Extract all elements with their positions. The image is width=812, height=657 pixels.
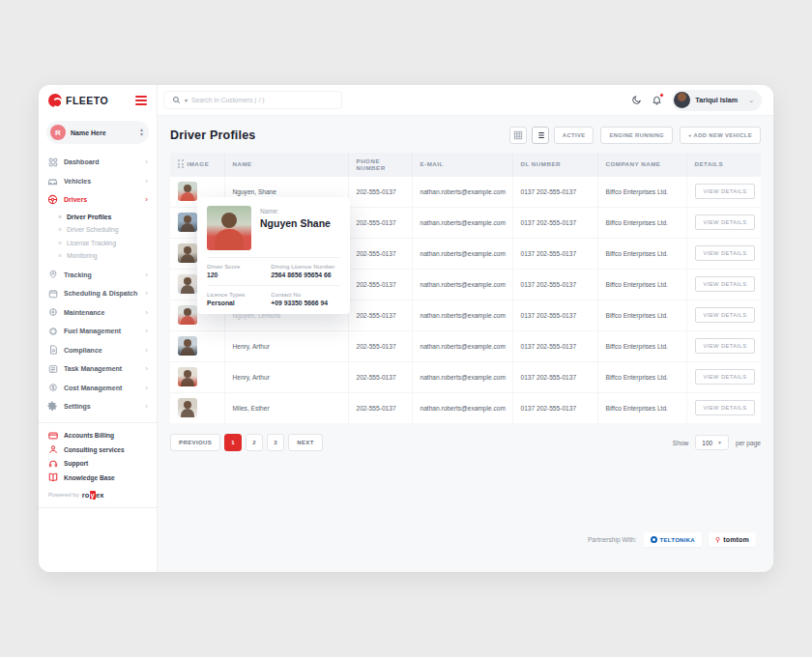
tomtom-logo[interactable]: ⚲tomtom [709, 532, 756, 547]
sidebar-item-dashboard[interactable]: Dashboard› [39, 153, 157, 172]
profile-name: Name Here [71, 129, 135, 136]
chevron-right-icon: › [145, 327, 148, 335]
sidebar-item-maintenance[interactable]: Maintenance› [39, 303, 157, 323]
hamburger-menu-icon[interactable] [135, 96, 147, 105]
partnership-label: Partnership With: [588, 536, 637, 543]
sidebar-item-knowledge-base[interactable]: Knowledge Base [39, 471, 157, 485]
subitem-marker-icon: » [58, 214, 62, 220]
maintenance-icon [47, 307, 58, 318]
sidebar-item-compliance[interactable]: Compliance› [39, 341, 157, 360]
chevron-down-icon: ⌄ [748, 97, 754, 104]
sidebar-item-scheduling-dispatch[interactable]: Scheduling & Dispatch› [39, 284, 157, 303]
driver-photo [178, 398, 197, 417]
page-header: Driver Profiles ACTIVE ENGINE RUNNING + … [170, 127, 761, 144]
sidebar-item-accounts-billing[interactable]: Accounts Billing [39, 429, 157, 443]
fleeto-logo-icon [48, 94, 62, 107]
notifications-bell-icon[interactable] [652, 95, 662, 105]
search-input[interactable] [191, 97, 307, 103]
page-title: Driver Profiles [170, 129, 255, 142]
teltonika-logo[interactable]: TELTONIKA [644, 532, 702, 547]
view-details-button[interactable]: VIEW DETAILS [695, 184, 756, 199]
view-details-button[interactable]: VIEW DETAILS [695, 214, 756, 230]
drag-handle-icon[interactable] [178, 159, 184, 168]
user-menu[interactable]: Tariqul Islam ⌄ [672, 90, 762, 111]
fuel-icon [47, 326, 58, 336]
view-details-button[interactable]: VIEW DETAILS [695, 307, 756, 323]
dark-mode-icon[interactable] [631, 95, 642, 105]
dashboard-icon [47, 157, 58, 167]
view-details-button[interactable]: VIEW DETAILS [695, 369, 756, 385]
drivers-subnav: »Driver Profiles »Driver Scheduling »Lic… [39, 210, 157, 266]
sidebar-item-vehicles[interactable]: Vehicles› [39, 172, 157, 191]
sidebar-item-drivers[interactable]: Drivers› [39, 190, 157, 210]
logo-row: FLEETO [39, 85, 157, 116]
sidebar-item-fuel-management[interactable]: Fuel Management› [39, 322, 157, 341]
driver-preview-popup: Name: Nguyen Shane Driver Score 120 Driv… [197, 197, 350, 314]
view-details-button[interactable]: VIEW DETAILS [695, 400, 756, 415]
driver-score-label: Driver Score [207, 263, 271, 270]
pagination: PREVIOUS 1 2 3 NEXT Show 100▼ per page [170, 434, 761, 451]
grid-view-toggle[interactable] [509, 127, 527, 144]
col-details: DETAILS [686, 153, 761, 176]
scheduling-icon [47, 288, 58, 299]
search-box[interactable]: ▾ [163, 91, 342, 109]
per-page-select[interactable]: 100▼ [695, 435, 729, 450]
popup-divider [207, 257, 340, 258]
page-header-controls: ACTIVE ENGINE RUNNING + ADD NEW VEHICLE [509, 127, 761, 144]
table-row[interactable]: Henry, Arthur202-555-0137nathan.roberts@… [170, 361, 761, 392]
sidebar-item-support[interactable]: Support [39, 457, 157, 471]
sidebar-subitem-monitoring[interactable]: »Monitoring [39, 249, 157, 263]
sidebar-filler [39, 507, 157, 573]
table-row[interactable]: Miles, Esther202-555-0137nathan.roberts@… [170, 392, 761, 423]
driver-photo [178, 367, 197, 386]
chevron-down-icon: ▼ [717, 440, 722, 445]
user-name: Tariqul Islam [695, 96, 738, 104]
topbar: ▾ Tariqul Islam ⌄ [158, 85, 773, 116]
sidebar-item-task-management[interactable]: Task Management› [39, 359, 157, 379]
teltonika-gear-icon [651, 536, 657, 543]
page-button-1[interactable]: 1 [224, 434, 242, 451]
profile-expand-icon[interactable]: ▴▾ [140, 128, 143, 137]
sidebar-profile-chip[interactable]: R Name Here ▴▾ [46, 121, 149, 144]
contact-no-label: Contact No [271, 291, 340, 298]
filter-engine-running-button[interactable]: ENGINE RUNNING [600, 127, 673, 144]
fleeto-logo[interactable]: FLEETO [48, 94, 108, 107]
royex-logo: royex [82, 491, 104, 500]
add-new-vehicle-button[interactable]: + ADD NEW VEHICLE [680, 127, 761, 144]
previous-page-button[interactable]: PREVIOUS [170, 434, 220, 451]
search-scope-chevron-icon[interactable]: ▾ [185, 97, 188, 103]
filter-active-button[interactable]: ACTIVE [554, 127, 594, 144]
sidebar-item-tracking[interactable]: Tracking› [39, 266, 157, 285]
cost-icon [47, 383, 58, 393]
col-image: IMAGE [170, 153, 224, 176]
col-phone: PHONE NUMBER [348, 153, 412, 176]
chevron-right-icon: › [145, 195, 148, 204]
licence-number-label: Driving Licence Number [271, 263, 340, 270]
driver-photo [178, 243, 197, 263]
search-icon [172, 96, 181, 104]
sidebar-item-cost-management[interactable]: Cost Management› [39, 379, 157, 398]
view-details-button[interactable]: VIEW DETAILS [695, 245, 756, 261]
map-pin-icon: ⚲ [715, 536, 720, 543]
list-view-toggle[interactable] [532, 127, 549, 144]
sidebar-subitem-license-tracking[interactable]: »License Tracking [39, 237, 157, 250]
powered-by: Powered by royex [39, 485, 157, 507]
chevron-right-icon: › [145, 157, 148, 166]
view-details-button[interactable]: VIEW DETAILS [695, 338, 756, 354]
sidebar: FLEETO R Name Here ▴▾ Dashboard› Vehicle… [39, 85, 158, 572]
driver-score-value: 120 [207, 271, 271, 278]
sidebar-item-consulting-services[interactable]: Consulting services [39, 443, 157, 457]
next-page-button[interactable]: NEXT [288, 434, 323, 451]
page-button-2[interactable]: 2 [246, 434, 263, 451]
sidebar-item-settings[interactable]: Settings› [39, 397, 157, 416]
contact-no-value: +09 93350 5666 94 [271, 300, 340, 306]
credit-card-icon [48, 431, 58, 441]
sidebar-subitem-driver-profiles[interactable]: »Driver Profiles [39, 211, 157, 224]
page-button-3[interactable]: 3 [267, 434, 284, 451]
sidebar-subitem-driver-scheduling[interactable]: »Driver Scheduling [39, 223, 157, 237]
popup-divider [207, 285, 340, 286]
main-content: Driver Profiles ACTIVE ENGINE RUNNING + … [158, 116, 773, 572]
view-details-button[interactable]: VIEW DETAILS [695, 276, 756, 292]
table-row[interactable]: Henry, Arthur202-555-0137nathan.roberts@… [170, 330, 761, 361]
chevron-right-icon: › [145, 384, 148, 392]
